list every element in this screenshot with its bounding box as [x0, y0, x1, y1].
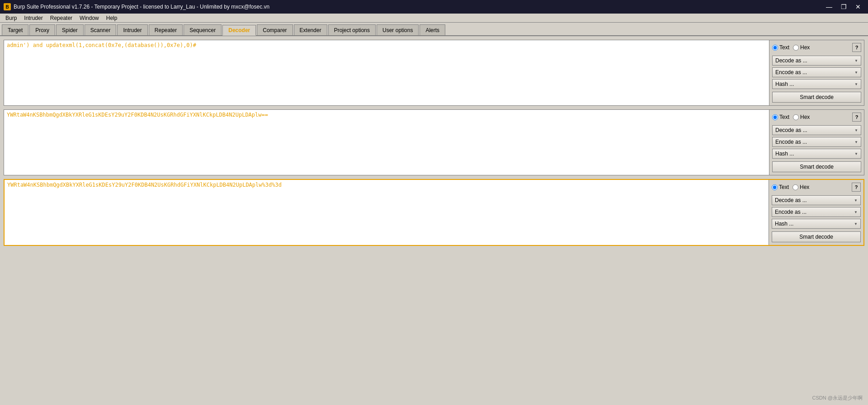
- encode-arrow-1: ▼: [854, 71, 858, 75]
- tab-repeater[interactable]: Repeater: [149, 24, 183, 35]
- decode-arrow-1: ▼: [854, 59, 858, 63]
- encode-arrow-3: ▼: [854, 210, 858, 214]
- menu-item-intruder[interactable]: Intruder: [20, 14, 46, 22]
- hash-arrow-2: ▼: [854, 152, 858, 156]
- menu-item-window[interactable]: Window: [76, 14, 103, 22]
- minimize-button[interactable]: —: [823, 2, 835, 11]
- hash-button-3[interactable]: Hash ...▼: [772, 219, 861, 229]
- tab-alerts[interactable]: Alerts: [420, 24, 445, 35]
- decode-arrow-3: ▼: [854, 198, 858, 202]
- menu-bar: BurpIntruderRepeaterWindowHelp: [0, 14, 868, 23]
- radio-group-1: Text Hex?: [772, 43, 861, 52]
- radio-text-2[interactable]: Text: [772, 114, 789, 120]
- tab-target[interactable]: Target: [2, 24, 28, 35]
- tab-intruder[interactable]: Intruder: [117, 24, 147, 35]
- encode-as-button-3[interactable]: Encode as ...▼: [772, 207, 861, 217]
- smart-decode-button-3[interactable]: Smart decode: [772, 231, 861, 242]
- tab-user-options[interactable]: User options: [377, 24, 419, 35]
- tab-project-options[interactable]: Project options: [328, 24, 376, 35]
- encode-as-button-1[interactable]: Encode as ...▼: [772, 67, 861, 77]
- radio-text-input-2[interactable]: [772, 114, 778, 120]
- hash-arrow-3: ▼: [854, 222, 858, 226]
- decoder-textarea-2[interactable]: [4, 110, 769, 169]
- title-bar: B Burp Suite Professional v1.7.26 - Temp…: [0, 0, 868, 14]
- hash-button-2[interactable]: Hash ...▼: [772, 149, 861, 159]
- tab-spider[interactable]: Spider: [56, 24, 84, 35]
- decoder-row-1: Text Hex?Decode as ...▼Encode as ...▼Has…: [4, 40, 864, 106]
- tab-decoder[interactable]: Decoder: [222, 25, 256, 36]
- radio-hex-1[interactable]: Hex: [793, 44, 810, 51]
- smart-decode-button-2[interactable]: Smart decode: [772, 161, 861, 172]
- help-button-3[interactable]: ?: [852, 183, 861, 192]
- tab-comparer[interactable]: Comparer: [257, 24, 292, 35]
- decode-as-button-1[interactable]: Decode as ...▼: [772, 56, 861, 66]
- radio-group-2: Text Hex?: [772, 113, 861, 122]
- decode-as-button-2[interactable]: Decode as ...▼: [772, 125, 861, 135]
- main-content: Text Hex?Decode as ...▼Encode as ...▼Has…: [0, 36, 868, 405]
- decode-as-button-3[interactable]: Decode as ...▼: [772, 195, 861, 205]
- window-title: Burp Suite Professional v1.7.26 - Tempor…: [14, 4, 269, 10]
- watermark: CSDN @永远是少年啊: [812, 395, 863, 401]
- decoder-textarea-3[interactable]: [5, 180, 769, 239]
- menu-item-repeater[interactable]: Repeater: [47, 14, 76, 22]
- menu-item-help[interactable]: Help: [103, 14, 121, 22]
- radio-hex-input-2[interactable]: [793, 114, 799, 120]
- menu-item-burp[interactable]: Burp: [2, 14, 20, 22]
- radio-text-input-3[interactable]: [772, 184, 778, 190]
- controls-panel-2: Text Hex?Decode as ...▼Encode as ...▼Has…: [769, 110, 864, 175]
- radio-hex-input-3[interactable]: [793, 184, 798, 190]
- decoder-row-2: Text Hex?Decode as ...▼Encode as ...▼Has…: [4, 109, 864, 175]
- controls-panel-1: Text Hex?Decode as ...▼Encode as ...▼Has…: [769, 40, 864, 105]
- text-area-wrapper-3: [5, 180, 769, 245]
- decode-arrow-2: ▼: [854, 128, 858, 132]
- hash-button-1[interactable]: Hash ...▼: [772, 79, 861, 89]
- controls-panel-3: Text Hex?Decode as ...▼Encode as ...▼Has…: [769, 180, 863, 245]
- close-button[interactable]: ✕: [852, 2, 864, 11]
- decoder-textarea-1[interactable]: [4, 40, 769, 99]
- radio-group-3: Text Hex?: [772, 183, 861, 192]
- encode-as-button-2[interactable]: Encode as ...▼: [772, 137, 861, 147]
- tab-scanner[interactable]: Scanner: [85, 24, 117, 35]
- window-controls: — ❐ ✕: [823, 2, 864, 11]
- text-area-wrapper-1: [4, 40, 769, 105]
- help-button-2[interactable]: ?: [852, 113, 861, 122]
- encode-arrow-2: ▼: [854, 140, 858, 144]
- smart-decode-button-1[interactable]: Smart decode: [772, 92, 861, 103]
- text-area-wrapper-2: [4, 110, 769, 175]
- app-icon: B: [4, 3, 11, 10]
- tab-extender[interactable]: Extender: [294, 24, 327, 35]
- tab-proxy[interactable]: Proxy: [29, 24, 55, 35]
- radio-hex-input-1[interactable]: [793, 45, 799, 51]
- tab-bar: TargetProxySpiderScannerIntruderRepeater…: [0, 23, 868, 36]
- radio-hex-2[interactable]: Hex: [793, 114, 810, 120]
- title-bar-left: B Burp Suite Professional v1.7.26 - Temp…: [4, 3, 269, 10]
- radio-hex-3[interactable]: Hex: [793, 184, 809, 190]
- hash-arrow-1: ▼: [854, 82, 858, 86]
- tab-sequencer[interactable]: Sequencer: [184, 24, 222, 35]
- decoder-row-3: Text Hex?Decode as ...▼Encode as ...▼Has…: [4, 179, 864, 246]
- maximize-button[interactable]: ❐: [837, 2, 850, 11]
- radio-text-3[interactable]: Text: [772, 184, 789, 190]
- help-button-1[interactable]: ?: [852, 43, 861, 52]
- radio-text-1[interactable]: Text: [772, 44, 789, 51]
- radio-text-input-1[interactable]: [772, 45, 778, 51]
